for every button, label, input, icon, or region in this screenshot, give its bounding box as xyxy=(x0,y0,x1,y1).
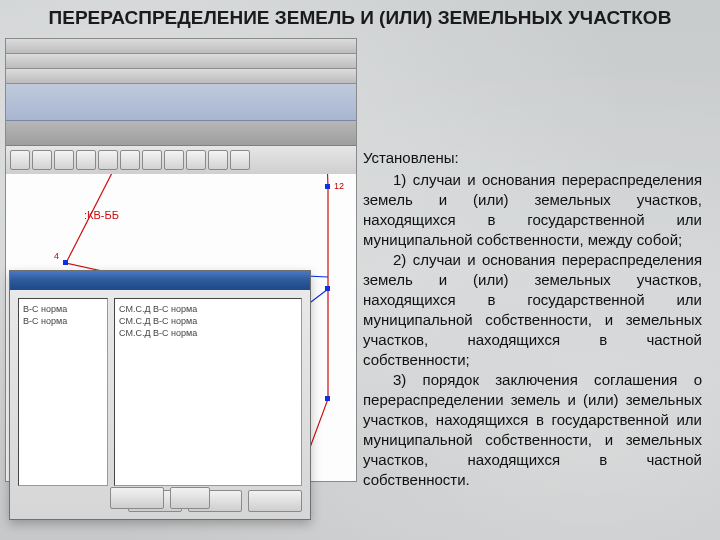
svg-rect-5 xyxy=(325,396,330,401)
svg-text::КВ-ББ: :КВ-ББ xyxy=(84,209,119,221)
slide: ПЕРЕРАСПРЕДЕЛЕНИЕ ЗЕМЕЛЬ И (ИЛИ) ЗЕМЕЛЬН… xyxy=(0,0,720,540)
text-item-1: 1) случаи и основания перераспределения … xyxy=(363,170,702,250)
dialog-titlebar xyxy=(10,271,310,290)
text-item-2: 2) случаи и основания перераспределения … xyxy=(363,250,702,370)
tool-button[interactable] xyxy=(98,150,118,170)
tool-button[interactable] xyxy=(230,150,250,170)
svg-rect-3 xyxy=(325,184,330,189)
dialog-left-list[interactable]: В-С норма В-С норма xyxy=(18,298,108,486)
tool-button[interactable] xyxy=(120,150,140,170)
tool-button[interactable] xyxy=(186,150,206,170)
tool-button[interactable] xyxy=(10,150,30,170)
dialog-right-list[interactable]: СМ.С.Д В-С норма СМ.С.Д В-С норма СМ.С.Д… xyxy=(114,298,302,486)
list-item[interactable]: В-С норма xyxy=(23,303,103,315)
app-toolbar-area xyxy=(5,38,357,168)
tool-button[interactable] xyxy=(142,150,162,170)
list-item[interactable]: СМ.С.Д В-С норма xyxy=(119,303,297,315)
list-item[interactable]: СМ.С.Д В-С норма xyxy=(119,327,297,339)
svg-text:4: 4 xyxy=(54,251,59,261)
dialog-button[interactable] xyxy=(170,487,210,509)
body-text: Установлены: 1) случаи и основания перер… xyxy=(363,148,702,490)
text-item-3: 3) порядок заключения соглашения о перер… xyxy=(363,370,702,490)
svg-text:12: 12 xyxy=(334,181,344,191)
svg-rect-4 xyxy=(325,286,330,291)
dialog-button[interactable] xyxy=(110,487,164,509)
tool-button[interactable] xyxy=(208,150,228,170)
tool-button[interactable] xyxy=(32,150,52,170)
text-heading: Установлены: xyxy=(363,148,702,168)
slide-title: ПЕРЕРАСПРЕДЕЛЕНИЕ ЗЕМЕЛЬ И (ИЛИ) ЗЕМЕЛЬН… xyxy=(0,7,720,29)
app-screenshot: :КВ-ББ 5м.ВС 1Б-ББ 1 2 11 12 3 4 xyxy=(5,38,357,522)
tool-button[interactable] xyxy=(76,150,96,170)
svg-rect-14 xyxy=(63,260,68,265)
tool-button[interactable] xyxy=(164,150,184,170)
dialog-window: В-С норма В-С норма СМ.С.Д В-С норма СМ.… xyxy=(9,270,311,520)
tool-button[interactable] xyxy=(54,150,74,170)
list-item[interactable]: СМ.С.Д В-С норма xyxy=(119,315,297,327)
list-item[interactable]: В-С норма xyxy=(23,315,103,327)
